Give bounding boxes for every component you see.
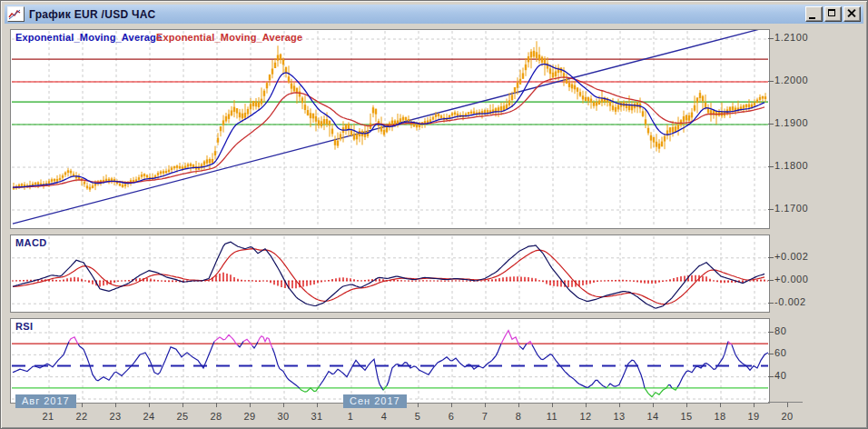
x-axis-day-label: 13 [607, 411, 631, 422]
window-titlebar[interactable]: График EUR /USD ЧАС [5, 5, 863, 24]
macd-axis-tick-mark [768, 280, 774, 281]
macd-line [13, 242, 764, 308]
x-axis-tick-mark [216, 403, 217, 407]
x-axis-tick-mark [149, 403, 150, 407]
rsi-pane-canvas [11, 319, 769, 403]
price-axis-tick-label: 1.1700 [774, 203, 856, 214]
month-badge: Авг 2017 [15, 394, 76, 408]
legend-ema-slow: Exponential_Moving_Average [156, 32, 302, 43]
maximize-button[interactable] [824, 6, 842, 22]
macd-pane-label: MACD [15, 237, 47, 248]
rsi-line-segment [387, 344, 501, 385]
price-axis-tick-label: 1.2100 [774, 32, 856, 43]
rsi-line-segment [78, 342, 214, 381]
rsi-axis-tick-mark [768, 354, 774, 354]
price-axis-tick-label: 1.1800 [774, 160, 856, 171]
x-axis-tick-mark [115, 403, 116, 407]
rsi-line-segment [527, 342, 532, 345]
price-pane-canvas [11, 30, 769, 228]
macd-axis-tick-mark [768, 303, 774, 304]
macd-signal-line [13, 249, 764, 304]
price-axis-tick-label: 1.2000 [774, 75, 856, 85]
x-axis-day-label: 20 [775, 411, 799, 422]
x-axis-tick-mark [250, 403, 251, 407]
x-axis-day-label: 7 [473, 411, 497, 422]
x-axis-tick-mark [552, 403, 553, 407]
price-axis-tick-mark [768, 81, 774, 82]
minimize-icon [809, 17, 815, 19]
rsi-line-segment [258, 336, 272, 348]
x-axis-day-label: 23 [104, 411, 127, 422]
rsi-pane-label: RSI [15, 321, 34, 332]
x-axis-day-label: 21 [36, 411, 60, 422]
x-axis-tick-mark [653, 403, 654, 407]
rsi-line-segment [13, 342, 69, 373]
x-axis-day-label: 5 [406, 411, 429, 422]
x-axis-day-label: 8 [507, 411, 530, 422]
x-axis-tick-mark [720, 403, 721, 407]
macd-axis-tick-label: -0.002 [774, 296, 856, 307]
rsi-axis-tick-label: 60 [774, 347, 856, 358]
x-axis-day-label: 1 [339, 411, 362, 422]
window-chart-icon [7, 6, 25, 22]
rsi-line-segment [608, 360, 645, 388]
price-axis-tick-label: 1.1900 [774, 117, 856, 128]
x-axis-day-label: 14 [641, 411, 665, 422]
rsi-axis-tick-label: 40 [774, 370, 856, 381]
rsi-axis-tick-label: 80 [774, 325, 856, 336]
macd-axis-tick-label: +0.000 [774, 274, 856, 284]
legend-ema-fast: Exponential_Moving_Average [15, 32, 162, 43]
x-axis-tick-mark [619, 403, 620, 407]
minimize-button[interactable] [805, 6, 823, 22]
rsi-line-segment [272, 348, 300, 388]
macd-axis-tick-mark [768, 257, 774, 258]
x-axis-day-label: 24 [137, 411, 161, 422]
rsi-line-segment [69, 337, 78, 344]
x-axis-day-label: 15 [675, 411, 698, 422]
price-axis-tick-mark [768, 209, 774, 210]
x-axis-tick-mark [518, 403, 519, 407]
window-chart-icon-svg [8, 8, 22, 20]
x-axis-day-label: 4 [372, 411, 396, 422]
rsi-line-segment [300, 385, 320, 392]
x-axis-tick-mark [317, 403, 318, 407]
x-axis-day-label: 25 [171, 411, 194, 422]
close-button[interactable] [843, 6, 861, 22]
x-axis-day-label: 28 [204, 411, 228, 422]
x-axis-day-label: 30 [271, 411, 295, 422]
maximize-icon [828, 9, 835, 16]
month-badge: Сен 2017 [343, 394, 407, 408]
rsi-axis-tick-mark [768, 376, 774, 377]
x-axis-tick-mark [485, 403, 486, 407]
x-axis-tick-mark [418, 403, 419, 407]
x-axis-tick-mark [451, 403, 452, 407]
price-pane[interactable] [10, 29, 770, 229]
x-axis-day-label: 18 [708, 411, 732, 422]
x-axis-day-label: 22 [70, 411, 94, 422]
price-axis-tick-mark [768, 166, 774, 167]
x-axis-tick-mark [182, 403, 183, 407]
x-axis-day-label: 19 [742, 411, 765, 422]
rsi-pane[interactable] [10, 318, 770, 404]
x-axis-tick-mark [686, 403, 687, 407]
macd-axis-tick-label: +0.002 [774, 251, 856, 262]
x-axis-tick-mark [82, 403, 83, 407]
candles [14, 41, 765, 192]
chart-window: График EUR /USD ЧАС Exponential_Moving_A… [0, 0, 868, 429]
x-axis-tick-mark [586, 403, 587, 407]
macd-pane-canvas [11, 235, 769, 312]
window-controls [804, 6, 861, 22]
x-axis-extension-line [768, 402, 803, 403]
x-axis-tick-mark [787, 403, 788, 407]
x-axis-day-label: 29 [238, 411, 261, 422]
rsi-line-segment [645, 385, 668, 397]
price-axis-tick-mark [768, 38, 774, 39]
x-axis-tick-mark [754, 403, 755, 407]
x-axis-day-label: 6 [439, 411, 463, 422]
price-axis-tick-mark [768, 124, 774, 125]
macd-pane[interactable] [10, 234, 770, 313]
x-axis-day-label: 12 [574, 411, 597, 422]
rsi-line-segment [728, 342, 732, 345]
x-axis-day-label: 11 [540, 411, 564, 422]
x-axis-day-label: 31 [305, 411, 329, 422]
